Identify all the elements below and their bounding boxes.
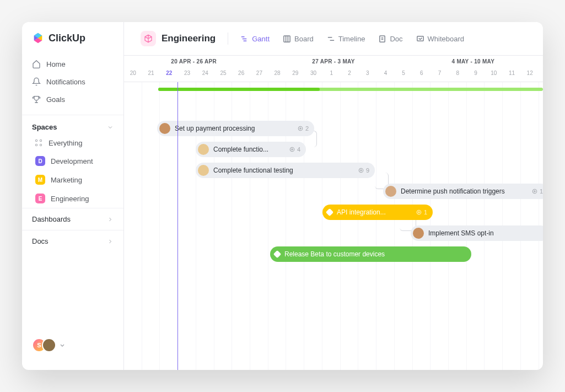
gantt-task[interactable]: Implement SMS opt-in [411, 225, 543, 241]
svg-point-5 [290, 147, 294, 152]
day-cell: 5 [395, 68, 413, 82]
subtask-count: 4 [289, 146, 300, 153]
space-badge: D [35, 156, 45, 166]
chevron-down-icon [107, 124, 114, 131]
view-label: Doc [390, 35, 402, 43]
gantt-task[interactable]: Complete functional testing9 [196, 163, 375, 178]
task-label: Complete functional testing [213, 167, 293, 174]
task-label: Determine push notification triggers [401, 187, 505, 195]
tasks-container: Set up payment processing2Complete funct… [124, 82, 543, 370]
chevron-right-icon [107, 238, 114, 245]
chevron-right-icon [107, 216, 114, 223]
view-label: Timeline [338, 35, 365, 43]
view-whiteboard[interactable]: Whiteboard [411, 31, 470, 46]
avatar [42, 338, 56, 352]
day-cell: 3 [358, 68, 376, 82]
timeline-icon [327, 35, 335, 43]
gantt-icon [240, 35, 249, 43]
spaces-everything-label: Everything [49, 139, 82, 147]
milestone-icon [326, 208, 333, 216]
docs-section[interactable]: Docs [22, 230, 123, 252]
assignee-avatar [198, 165, 209, 176]
subtask-icon [289, 146, 295, 153]
dashboards-section[interactable]: Dashboards [22, 208, 123, 230]
spaces-header[interactable]: Spaces [22, 115, 123, 135]
svg-point-3 [298, 126, 303, 131]
subtask-count: 1 [531, 188, 543, 195]
space-engineering[interactable]: E Engineering [25, 190, 120, 207]
subtask-icon [531, 188, 538, 195]
brand-name: ClickUp [49, 33, 85, 44]
nav-notifications-label: Notifications [46, 78, 85, 86]
sidebar: ClickUp Home Notifications Goals Spaces … [22, 22, 124, 370]
svg-rect-2 [417, 36, 423, 40]
space-marketing[interactable]: M Marketing [25, 171, 120, 189]
workspace-title[interactable]: Engineering [135, 29, 221, 49]
subtask-icon [358, 167, 364, 174]
day-cell: 20 [124, 68, 142, 82]
grid-icon [35, 139, 43, 147]
svg-point-11 [417, 210, 421, 214]
view-timeline[interactable]: Timeline [321, 31, 371, 46]
day-cell: 29 [286, 68, 304, 82]
view-doc[interactable]: Doc [373, 31, 408, 46]
gantt-body[interactable]: TODAY Set up payment processing2Complete… [124, 82, 543, 370]
dashboards-label: Dashboards [32, 215, 71, 223]
assignee-avatar [198, 144, 209, 155]
gantt-task[interactable]: Release Beta to customer devices [270, 246, 471, 262]
bell-icon [32, 77, 41, 86]
day-cell: 9 [467, 68, 485, 82]
nav-notifications[interactable]: Notifications [22, 73, 123, 90]
cube-icon [141, 31, 156, 46]
clickup-logo-icon [32, 32, 44, 44]
day-cell: 23 [178, 68, 196, 82]
subtask-count: 2 [297, 125, 309, 132]
svg-point-7 [359, 168, 363, 173]
week-row: 20 APR - 26 APR27 APR - 3 MAY4 MAY - 10 … [124, 56, 543, 68]
nav-home[interactable]: Home [22, 55, 123, 73]
space-label: Marketing [51, 176, 82, 184]
brand-logo[interactable]: ClickUp [22, 32, 123, 53]
main-content: Engineering Gantt Board Timeline Doc W [124, 22, 543, 370]
week-cell: 27 APR - 3 MAY [263, 56, 403, 68]
gantt-task[interactable]: API integration...1 [322, 205, 433, 220]
assignee-avatar [413, 228, 424, 239]
divider [228, 33, 228, 45]
view-label: Whiteboard [428, 35, 464, 43]
day-row: 2021222324252627282930123456789101112 [124, 68, 543, 82]
gantt-task[interactable]: Set up payment processing2 [157, 121, 314, 136]
svg-point-8 [360, 170, 362, 171]
gantt-task[interactable]: Complete functio...4 [196, 142, 306, 157]
spaces-everything[interactable]: Everything [25, 135, 120, 151]
view-label: Gantt [252, 35, 270, 43]
doc-icon [378, 35, 386, 43]
gantt-task[interactable]: Determine push notification triggers1 [383, 184, 543, 199]
day-cell: 21 [142, 68, 160, 82]
day-cell: 10 [485, 68, 503, 82]
svg-point-9 [532, 189, 537, 194]
day-cell: 7 [431, 68, 449, 82]
app-window: ClickUp Home Notifications Goals Spaces … [22, 22, 543, 370]
svg-rect-0 [284, 35, 290, 41]
whiteboard-icon [416, 35, 424, 43]
progress-fill [158, 88, 320, 91]
nav-goals[interactable]: Goals [22, 90, 123, 108]
today-line [177, 82, 178, 370]
svg-point-10 [534, 191, 535, 192]
day-cell: 26 [232, 68, 250, 82]
space-development[interactable]: D Development [25, 152, 120, 170]
task-label: Implement SMS opt-in [428, 229, 494, 237]
day-cell: 6 [413, 68, 431, 82]
view-board[interactable]: Board [277, 31, 319, 46]
task-label: Complete functio... [213, 146, 268, 153]
assignee-avatar [385, 186, 396, 197]
svg-point-12 [418, 212, 419, 213]
docs-label: Docs [32, 237, 49, 245]
week-cell: 4 MAY - 10 MAY [403, 56, 543, 68]
subtask-count: 1 [416, 209, 427, 216]
primary-nav: Home Notifications Goals [22, 53, 123, 110]
user-avatars[interactable]: S [22, 330, 123, 360]
day-cell: 11 [503, 68, 521, 82]
workspace-title-label: Engineering [162, 33, 216, 44]
view-gantt[interactable]: Gantt [235, 31, 275, 46]
